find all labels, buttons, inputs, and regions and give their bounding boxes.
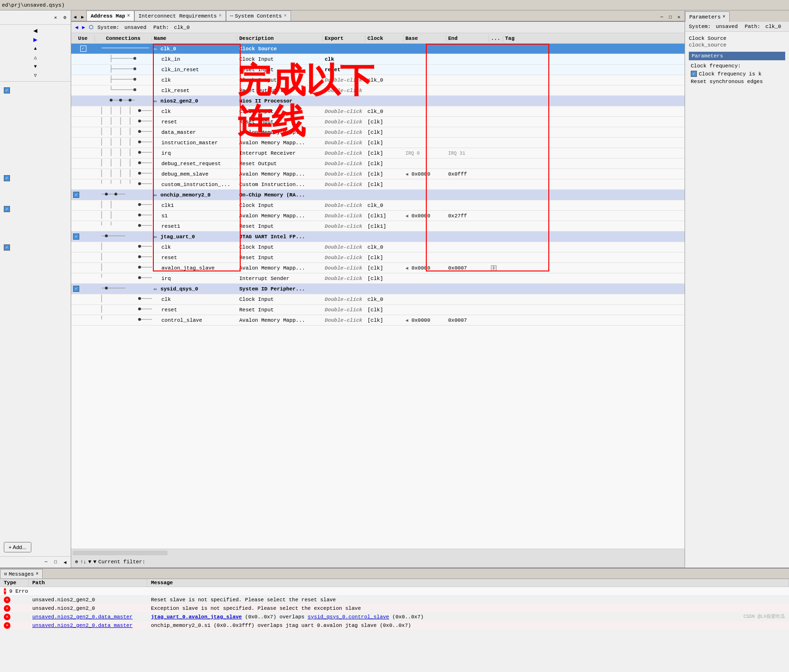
panel-maximize-icon[interactable]: □ bbox=[667, 13, 674, 21]
row-clk-reset-out[interactable]: clk_reset Reset Output Double-click bbox=[71, 85, 685, 96]
restore-icon[interactable]: ◀ bbox=[61, 559, 69, 566]
col-header-dots: ... bbox=[489, 35, 503, 42]
row-irq[interactable]: irq Interrupt Receiver Double-click [clk… bbox=[71, 148, 685, 159]
sysid-use-checkbox[interactable] bbox=[73, 286, 79, 292]
horizontal-scrollbar[interactable] bbox=[71, 549, 685, 556]
row-nios2-reset[interactable]: reset Reset Input Double-click [clk] bbox=[71, 117, 685, 127]
row-clk-in-reset[interactable]: clk_in_reset Reset Input reset bbox=[71, 65, 685, 75]
row-sysid-reset[interactable]: reset Reset Input Double-click [clk] bbox=[71, 305, 685, 315]
clk-reset-out-name: clk_reset bbox=[152, 87, 237, 94]
close-icon[interactable]: ✕ bbox=[52, 14, 59, 21]
tab-nav-left[interactable]: ◀ bbox=[71, 13, 79, 21]
row-onchip-s1[interactable]: s1 Avalon Memory Mapp... Double-click [c… bbox=[71, 211, 685, 221]
system-bar-icon2[interactable]: ▶ bbox=[82, 24, 85, 30]
row-custom-instruction[interactable]: custom_instruction_... Custom Instructio… bbox=[71, 179, 685, 190]
row-clk-out[interactable]: clk Clock Output Double-click clk_0 bbox=[71, 75, 685, 85]
msg1-type: ✕ bbox=[0, 596, 28, 604]
tab-messages[interactable]: ⊟ Messages × bbox=[0, 569, 43, 579]
nav-icon-1[interactable]: ◀ bbox=[32, 27, 39, 34]
msg1-path: unsaved.nios2_gen2_0 bbox=[28, 597, 147, 603]
row-jtag-irq[interactable]: irq Interrupt Sender Double-click [clk] bbox=[71, 273, 685, 284]
col-header-base: Base bbox=[404, 35, 446, 42]
tab-interconnect-close[interactable]: × bbox=[219, 13, 222, 19]
tab-system-contents[interactable]: ↔ System Contents × bbox=[226, 10, 291, 21]
jtag-use-checkbox[interactable] bbox=[73, 233, 79, 240]
minimize-icon[interactable]: ─ bbox=[42, 559, 50, 566]
row-control-slave[interactable]: control_slave Avalon Memory Mapp... Doub… bbox=[71, 315, 685, 326]
row-jtag[interactable]: ▭ jtag_uart_0 JTAG UART Intel FP... bbox=[71, 232, 685, 242]
clk-out-export: Double-click bbox=[323, 77, 366, 84]
row-debug-reset[interactable]: debug_reset_request Reset Output Double-… bbox=[71, 159, 685, 169]
col-header-end: End bbox=[446, 35, 489, 42]
arrow-down-icon[interactable]: ▼ bbox=[32, 63, 39, 70]
filter-icon-1[interactable]: ⊕ bbox=[75, 559, 78, 565]
jtag-checkbox[interactable] bbox=[4, 206, 10, 212]
gear-icon[interactable]: ⚙ bbox=[61, 14, 69, 21]
error-icon: ✕ bbox=[4, 588, 6, 595]
msg3-link2[interactable]: sysid_qsys_0.control_slave bbox=[308, 614, 389, 620]
row-debug-mem-slave[interactable]: debug_mem_slave Avalon Memory Mapp... Do… bbox=[71, 169, 685, 179]
tab-address-map[interactable]: Address Map × bbox=[86, 10, 134, 21]
panel-restore-icon[interactable]: ✕ bbox=[675, 13, 683, 21]
tab-nav-right[interactable]: ▶ bbox=[79, 13, 86, 21]
left-sidebar: ✕ ⚙ ◀ ▶ ▲ △ ▼ ▽ bbox=[0, 10, 71, 568]
msg3-link1[interactable]: jtag_uart_0.avalon_jtag_slave bbox=[151, 614, 242, 620]
messages-tab-close[interactable]: × bbox=[36, 571, 38, 577]
row-onchip[interactable]: ▭ onchip_memory2_0 On-Chip Memory (RA... bbox=[71, 190, 685, 200]
add-button[interactable]: + Add... bbox=[4, 542, 31, 552]
jtag-handle[interactable]: ⟩ bbox=[491, 265, 497, 271]
msg4-path-link[interactable]: unsaved.nios2_gen2_0.data master bbox=[32, 623, 132, 628]
row-sysid-clk[interactable]: clk Clock Input Double-click clk_0 bbox=[71, 294, 685, 305]
tab-parameters-close[interactable]: × bbox=[723, 14, 725, 19]
right-system-value: unsaved bbox=[716, 24, 738, 29]
tab-parameters[interactable]: Parameters × bbox=[685, 11, 730, 22]
sidebar-bottom-controls: ─ □ ◀ bbox=[0, 556, 71, 568]
row-clk-in[interactable]: clk_in Clock Input clk bbox=[71, 54, 685, 65]
messages-content: Type Path Message ✕ 9 Errors ✕ bbox=[0, 579, 789, 672]
scrollbar-thumb[interactable] bbox=[73, 551, 168, 555]
row-nios2[interactable]: ▭ nios2_gen2_0 Nios II Processor bbox=[71, 96, 685, 106]
row-onchip-clk[interactable]: clk1 Clock Input Double-click clk_0 bbox=[71, 200, 685, 211]
onchip-use-checkbox[interactable] bbox=[73, 192, 79, 198]
table-content: ▭ clk_0 Clock Source bbox=[71, 44, 685, 549]
add-button-area[interactable]: + Add... bbox=[0, 538, 71, 556]
msg2-message: Exception slave is not specified. Please… bbox=[147, 605, 789, 612]
row-nios2-clk[interactable]: clk Clock Input Double-click clk_0 bbox=[71, 106, 685, 117]
tab-interconnect[interactable]: Interconnect Requirements × bbox=[134, 10, 226, 21]
bottom-area: ⊟ Messages × Type Path Message ✕ 9 Error… bbox=[0, 568, 789, 672]
row-jtag-reset[interactable]: reset Reset Input Double-click [clk] bbox=[71, 252, 685, 263]
row-clk-0[interactable]: ▭ clk_0 Clock Source bbox=[71, 44, 685, 54]
maximize-icon[interactable]: □ bbox=[52, 559, 59, 566]
svg-point-75 bbox=[138, 214, 141, 216]
clk-0-checkbox[interactable] bbox=[4, 87, 10, 93]
msg3-path-link[interactable]: unsaved.nios2_gen2_0.data_master bbox=[32, 614, 132, 620]
clock-freq-checkbox[interactable] bbox=[691, 71, 697, 77]
system-bar-icon[interactable]: ◀ bbox=[75, 24, 78, 30]
filter-icon-2[interactable]: ↑↓ bbox=[80, 559, 86, 565]
row-data-master[interactable]: data_master Avalon Memory Mapp... Double… bbox=[71, 127, 685, 138]
row-onchip-reset[interactable]: reset1 Reset Input Double-click [clk1] bbox=[71, 221, 685, 232]
row-jtag-clk[interactable]: clk Clock Input Double-click clk_0 bbox=[71, 242, 685, 252]
tab-system-contents-close[interactable]: × bbox=[284, 13, 287, 19]
clk0-use-checkbox[interactable] bbox=[80, 46, 86, 52]
sysid-checkbox[interactable] bbox=[4, 244, 10, 251]
clk-in-reset-end bbox=[446, 69, 489, 70]
col-header-use: Use bbox=[71, 35, 95, 42]
row-avalon-jtag-slave[interactable]: avalon_jtag_slave Avalon Memory Mapp... … bbox=[71, 263, 685, 273]
filter-icon-4[interactable]: ▼ bbox=[93, 559, 96, 565]
row-sysid[interactable]: ▭ sysid_qsys_0 System ID Peripher... bbox=[71, 284, 685, 294]
nav-icon-2[interactable]: ▶ bbox=[32, 36, 39, 43]
nios2-reset-name: reset bbox=[152, 119, 237, 125]
nios2-clk-end bbox=[446, 111, 489, 112]
tab-address-map-close[interactable]: × bbox=[127, 13, 130, 19]
arrow-down2-icon[interactable]: ▽ bbox=[32, 72, 39, 79]
row-instruction-master[interactable]: instruction_master Avalon Memory Mapp...… bbox=[71, 138, 685, 148]
clk0-desc: Clock Source bbox=[237, 46, 323, 52]
filter-icon-3[interactable]: ▼ bbox=[88, 559, 92, 565]
onchip-checkbox[interactable] bbox=[4, 175, 10, 181]
panel-minimize-icon[interactable]: ─ bbox=[658, 13, 666, 21]
arrow-up2-icon[interactable]: △ bbox=[32, 54, 39, 61]
clk-in-desc: Clock Input bbox=[237, 56, 323, 63]
arrow-up-icon[interactable]: ▲ bbox=[32, 45, 39, 52]
clk-in-clock bbox=[366, 59, 404, 60]
